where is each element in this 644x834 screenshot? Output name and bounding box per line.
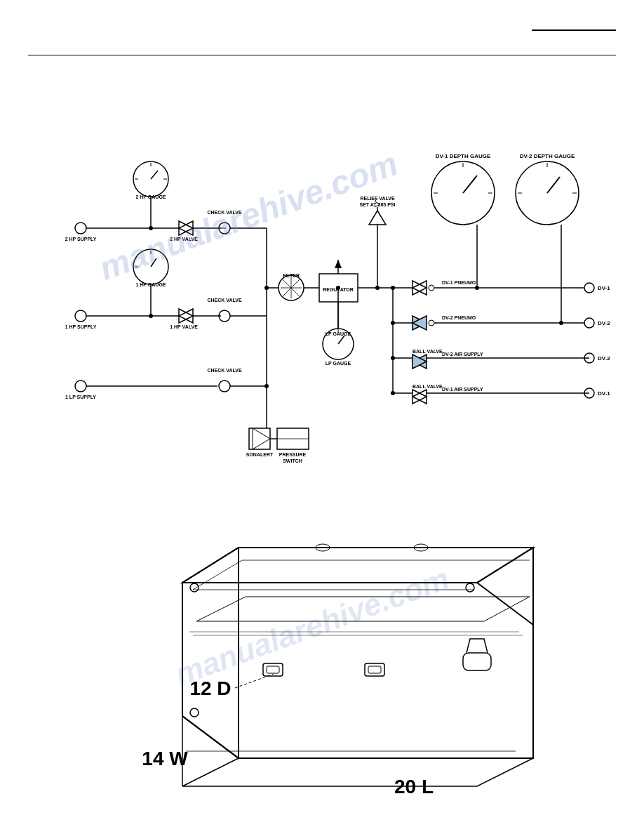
svg-line-22: [151, 258, 156, 267]
svg-point-26: [75, 310, 86, 322]
svg-text:BALL VALVE: BALL VALVE: [412, 384, 443, 389]
svg-text:FILTER: FILTER: [283, 273, 300, 278]
top-divider: [28, 55, 616, 55]
svg-point-79: [375, 286, 380, 290]
svg-line-81: [463, 176, 477, 193]
svg-marker-94: [412, 281, 427, 295]
diagram-svg: 2 HP GAUGE 2 HP SUPPLY 2 HP VALVE: [28, 70, 617, 477]
svg-rect-151: [267, 666, 279, 673]
svg-text:DV-2 DEPTH GAUGE: DV-2 DEPTH GAUGE: [520, 153, 575, 159]
svg-marker-138: [253, 428, 270, 449]
svg-marker-12: [179, 221, 193, 235]
svg-text:2 HP SUPPLY: 2 HP SUPPLY: [65, 237, 97, 241]
svg-text:LP GAUGE: LP GAUGE: [326, 361, 351, 366]
svg-text:DV-2: DV-2: [598, 320, 610, 326]
svg-text:DV-1 DEPTH GAUGE: DV-1 DEPTH GAUGE: [436, 153, 491, 159]
svg-point-147: [336, 286, 340, 290]
svg-text:DV-2 AIR SUPPLY: DV-2 AIR SUPPLY: [442, 352, 483, 357]
svg-marker-72: [369, 211, 386, 225]
svg-text:LP GAUGE: LP GAUGE: [326, 331, 351, 336]
svg-text:BALL VALVE: BALL VALVE: [412, 349, 443, 354]
svg-text:PRESSURE: PRESSURE: [279, 452, 307, 457]
svg-point-160: [466, 583, 474, 592]
svg-point-113: [584, 318, 594, 328]
svg-text:DV-1: DV-1: [598, 390, 610, 397]
svg-point-95: [429, 285, 434, 291]
svg-marker-130: [412, 390, 427, 404]
svg-text:1 LP SUPPLY: 1 LP SUPPLY: [65, 395, 96, 399]
svg-marker-11: [179, 221, 193, 235]
svg-text:1 HP SUPPLY: 1 HP SUPPLY: [65, 324, 97, 329]
case-area: manualarehive.com: [28, 512, 617, 807]
svg-point-41: [75, 380, 86, 392]
svg-rect-152: [365, 663, 384, 676]
svg-marker-32: [179, 309, 193, 323]
diagram-area: 2 HP GAUGE 2 HP SUPPLY 2 HP VALVE: [28, 70, 617, 477]
svg-text:DV-1: DV-1: [598, 285, 610, 291]
svg-marker-129: [412, 390, 427, 404]
svg-text:DV-2: DV-2: [598, 355, 610, 362]
svg-marker-60: [335, 260, 342, 268]
svg-line-87: [547, 177, 560, 193]
svg-line-64: [338, 336, 344, 344]
svg-text:DV-2 PNEUMO: DV-2 PNEUMO: [442, 315, 476, 320]
svg-text:12 D: 12 D: [189, 677, 231, 699]
page: manualarehive.com 2 HP GAUGE 2 HP SUPPLY: [0, 0, 644, 834]
svg-rect-153: [368, 666, 381, 673]
svg-text:DV-1 AIR SUPPLY: DV-1 AIR SUPPLY: [442, 387, 483, 392]
svg-text:SONALERT: SONALERT: [246, 452, 274, 457]
svg-point-161: [190, 708, 199, 717]
svg-text:14 W: 14 W: [142, 748, 188, 769]
svg-text:DV-1 PNEUMO: DV-1 PNEUMO: [442, 280, 476, 285]
svg-text:CHECK VALVE: CHECK VALVE: [207, 368, 241, 373]
svg-line-166: [235, 674, 274, 688]
svg-point-159: [190, 583, 199, 592]
top-decoration-line: [532, 29, 616, 31]
svg-point-44: [219, 380, 230, 392]
svg-rect-149: [463, 653, 491, 670]
svg-point-6: [75, 223, 86, 234]
svg-text:2 HP VALVE: 2 HP VALVE: [170, 237, 198, 241]
svg-text:1 HP VALVE: 1 HP VALVE: [170, 324, 198, 329]
svg-text:20 L: 20 L: [394, 776, 434, 797]
svg-marker-31: [179, 309, 193, 323]
svg-line-1: [151, 171, 158, 179]
svg-point-108: [429, 320, 434, 326]
svg-marker-93: [412, 281, 427, 295]
svg-text:CHECK VALVE: CHECK VALVE: [207, 298, 241, 303]
svg-text:CHECK VALVE: CHECK VALVE: [207, 210, 241, 215]
case-svg: manualarehive.com: [28, 512, 617, 807]
svg-text:RELIEF VALVE: RELIEF VALVE: [360, 196, 394, 201]
svg-point-100: [584, 283, 594, 293]
svg-text:manualarehive.com: manualarehive.com: [170, 561, 453, 692]
svg-text:SWITCH: SWITCH: [283, 458, 302, 463]
